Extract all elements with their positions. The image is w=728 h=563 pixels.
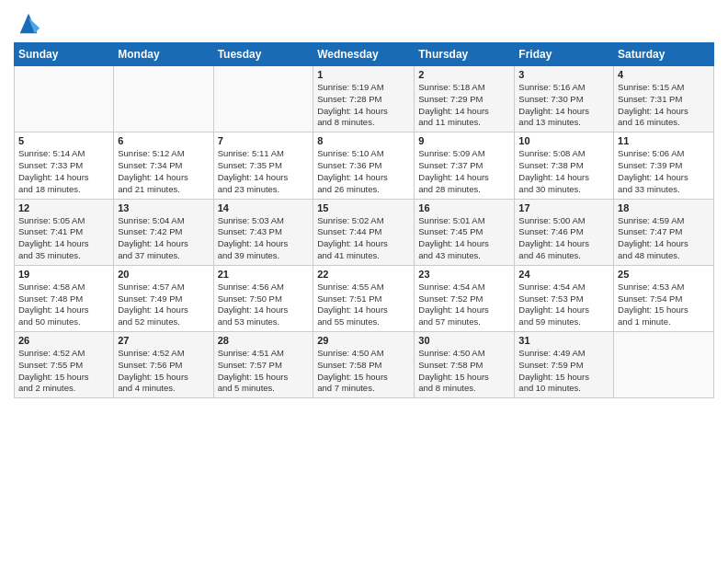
day-info: Sunrise: 5:00 AM Sunset: 7:46 PM Dayligh… — [518, 215, 609, 262]
day-number: 16 — [418, 202, 510, 213]
day-info: Sunrise: 5:05 AM Sunset: 7:41 PM Dayligh… — [18, 215, 109, 262]
calendar-week-row: 26Sunrise: 4:52 AM Sunset: 7:55 PM Dayli… — [15, 332, 714, 398]
calendar-body: 1Sunrise: 5:19 AM Sunset: 7:28 PM Daylig… — [15, 66, 714, 398]
day-number: 13 — [118, 202, 209, 213]
calendar-week-row: 12Sunrise: 5:05 AM Sunset: 7:41 PM Dayli… — [15, 199, 714, 265]
day-info: Sunrise: 4:52 AM Sunset: 7:56 PM Dayligh… — [118, 348, 209, 395]
calendar-header: SundayMondayTuesdayWednesdayThursdayFrid… — [15, 43, 714, 66]
logo-icon — [16, 9, 41, 35]
day-number: 12 — [18, 202, 109, 213]
day-number: 23 — [418, 269, 510, 280]
day-info: Sunrise: 5:09 AM Sunset: 7:37 PM Dayligh… — [418, 148, 510, 195]
day-info: Sunrise: 5:19 AM Sunset: 7:28 PM Dayligh… — [317, 82, 410, 129]
day-number: 6 — [118, 135, 209, 146]
day-number: 1 — [317, 69, 410, 80]
day-info: Sunrise: 5:08 AM Sunset: 7:38 PM Dayligh… — [518, 148, 609, 195]
calendar-day-cell — [213, 66, 313, 132]
day-number: 9 — [418, 135, 510, 146]
calendar-day-cell: 24Sunrise: 4:54 AM Sunset: 7:53 PM Dayli… — [515, 265, 614, 331]
calendar-day-cell — [614, 332, 714, 398]
day-info: Sunrise: 4:54 AM Sunset: 7:52 PM Dayligh… — [418, 282, 510, 328]
weekday-header: Tuesday — [213, 43, 313, 66]
day-number: 30 — [418, 335, 510, 346]
day-number: 24 — [518, 269, 609, 280]
calendar-day-cell: 27Sunrise: 4:52 AM Sunset: 7:56 PM Dayli… — [114, 332, 213, 398]
day-number: 8 — [317, 135, 410, 146]
calendar-day-cell: 31Sunrise: 4:49 AM Sunset: 7:59 PM Dayli… — [515, 332, 614, 398]
calendar-day-cell: 5Sunrise: 5:14 AM Sunset: 7:33 PM Daylig… — [15, 132, 114, 199]
day-number: 17 — [518, 202, 609, 213]
calendar-day-cell: 28Sunrise: 4:51 AM Sunset: 7:57 PM Dayli… — [213, 332, 313, 398]
calendar-day-cell: 8Sunrise: 5:10 AM Sunset: 7:36 PM Daylig… — [313, 132, 415, 199]
day-number: 7 — [218, 135, 310, 146]
calendar-day-cell: 3Sunrise: 5:16 AM Sunset: 7:30 PM Daylig… — [515, 66, 614, 132]
day-info: Sunrise: 5:03 AM Sunset: 7:43 PM Dayligh… — [218, 215, 310, 262]
calendar-week-row: 5Sunrise: 5:14 AM Sunset: 7:33 PM Daylig… — [15, 132, 714, 199]
day-number: 26 — [18, 335, 109, 346]
calendar-day-cell: 9Sunrise: 5:09 AM Sunset: 7:37 PM Daylig… — [415, 132, 515, 199]
weekday-header: Sunday — [15, 43, 114, 66]
calendar-day-cell: 7Sunrise: 5:11 AM Sunset: 7:35 PM Daylig… — [213, 132, 313, 199]
calendar-day-cell: 2Sunrise: 5:18 AM Sunset: 7:29 PM Daylig… — [415, 66, 515, 132]
day-number: 28 — [218, 335, 310, 346]
calendar-day-cell: 26Sunrise: 4:52 AM Sunset: 7:55 PM Dayli… — [15, 332, 114, 398]
calendar-day-cell: 21Sunrise: 4:56 AM Sunset: 7:50 PM Dayli… — [213, 265, 313, 331]
calendar-day-cell: 11Sunrise: 5:06 AM Sunset: 7:39 PM Dayli… — [614, 132, 714, 199]
calendar-week-row: 19Sunrise: 4:58 AM Sunset: 7:48 PM Dayli… — [15, 265, 714, 331]
header — [14, 9, 714, 35]
calendar-day-cell: 1Sunrise: 5:19 AM Sunset: 7:28 PM Daylig… — [313, 66, 415, 132]
logo — [14, 9, 41, 35]
day-info: Sunrise: 4:57 AM Sunset: 7:49 PM Dayligh… — [118, 282, 209, 328]
calendar-day-cell: 23Sunrise: 4:54 AM Sunset: 7:52 PM Dayli… — [415, 265, 515, 331]
calendar-day-cell: 15Sunrise: 5:02 AM Sunset: 7:44 PM Dayli… — [313, 199, 415, 265]
day-number: 29 — [317, 335, 410, 346]
weekday-header: Monday — [114, 43, 213, 66]
day-info: Sunrise: 5:14 AM Sunset: 7:33 PM Dayligh… — [18, 148, 109, 195]
calendar-day-cell: 10Sunrise: 5:08 AM Sunset: 7:38 PM Dayli… — [515, 132, 614, 199]
calendar-week-row: 1Sunrise: 5:19 AM Sunset: 7:28 PM Daylig… — [15, 66, 714, 132]
calendar-day-cell: 6Sunrise: 5:12 AM Sunset: 7:34 PM Daylig… — [114, 132, 213, 199]
day-info: Sunrise: 5:18 AM Sunset: 7:29 PM Dayligh… — [418, 82, 510, 129]
calendar-day-cell: 12Sunrise: 5:05 AM Sunset: 7:41 PM Dayli… — [15, 199, 114, 265]
day-number: 19 — [18, 269, 109, 280]
calendar-day-cell: 29Sunrise: 4:50 AM Sunset: 7:58 PM Dayli… — [313, 332, 415, 398]
day-number: 5 — [18, 135, 109, 146]
calendar-day-cell — [114, 66, 213, 132]
day-number: 14 — [218, 202, 310, 213]
day-info: Sunrise: 5:01 AM Sunset: 7:45 PM Dayligh… — [418, 215, 510, 262]
day-number: 25 — [618, 269, 710, 280]
calendar-day-cell — [15, 66, 114, 132]
day-info: Sunrise: 5:10 AM Sunset: 7:36 PM Dayligh… — [317, 148, 410, 195]
weekday-header: Wednesday — [313, 43, 415, 66]
day-number: 27 — [118, 335, 209, 346]
weekday-header: Thursday — [415, 43, 515, 66]
day-info: Sunrise: 4:50 AM Sunset: 7:58 PM Dayligh… — [317, 348, 410, 395]
calendar-day-cell: 25Sunrise: 4:53 AM Sunset: 7:54 PM Dayli… — [614, 265, 714, 331]
day-number: 22 — [317, 269, 410, 280]
day-info: Sunrise: 5:06 AM Sunset: 7:39 PM Dayligh… — [618, 148, 710, 195]
day-info: Sunrise: 4:51 AM Sunset: 7:57 PM Dayligh… — [218, 348, 310, 395]
day-info: Sunrise: 5:12 AM Sunset: 7:34 PM Dayligh… — [118, 148, 209, 195]
day-info: Sunrise: 4:56 AM Sunset: 7:50 PM Dayligh… — [218, 282, 310, 328]
day-info: Sunrise: 4:49 AM Sunset: 7:59 PM Dayligh… — [518, 348, 609, 395]
calendar-day-cell: 30Sunrise: 4:50 AM Sunset: 7:58 PM Dayli… — [415, 332, 515, 398]
day-number: 18 — [618, 202, 710, 213]
day-info: Sunrise: 5:04 AM Sunset: 7:42 PM Dayligh… — [118, 215, 209, 262]
day-number: 3 — [518, 69, 609, 80]
day-info: Sunrise: 4:53 AM Sunset: 7:54 PM Dayligh… — [618, 282, 710, 328]
calendar-day-cell: 14Sunrise: 5:03 AM Sunset: 7:43 PM Dayli… — [213, 199, 313, 265]
day-number: 10 — [518, 135, 609, 146]
day-info: Sunrise: 4:52 AM Sunset: 7:55 PM Dayligh… — [18, 348, 109, 395]
day-info: Sunrise: 4:58 AM Sunset: 7:48 PM Dayligh… — [18, 282, 109, 328]
day-number: 20 — [118, 269, 209, 280]
day-info: Sunrise: 4:55 AM Sunset: 7:51 PM Dayligh… — [317, 282, 410, 328]
page: SundayMondayTuesdayWednesdayThursdayFrid… — [0, 0, 728, 563]
day-info: Sunrise: 5:02 AM Sunset: 7:44 PM Dayligh… — [317, 215, 410, 262]
weekday-row: SundayMondayTuesdayWednesdayThursdayFrid… — [15, 43, 714, 66]
day-info: Sunrise: 5:16 AM Sunset: 7:30 PM Dayligh… — [518, 82, 609, 129]
day-info: Sunrise: 5:15 AM Sunset: 7:31 PM Dayligh… — [618, 82, 710, 129]
day-number: 4 — [618, 69, 710, 80]
calendar-day-cell: 22Sunrise: 4:55 AM Sunset: 7:51 PM Dayli… — [313, 265, 415, 331]
day-info: Sunrise: 5:11 AM Sunset: 7:35 PM Dayligh… — [218, 148, 310, 195]
weekday-header: Saturday — [614, 43, 714, 66]
